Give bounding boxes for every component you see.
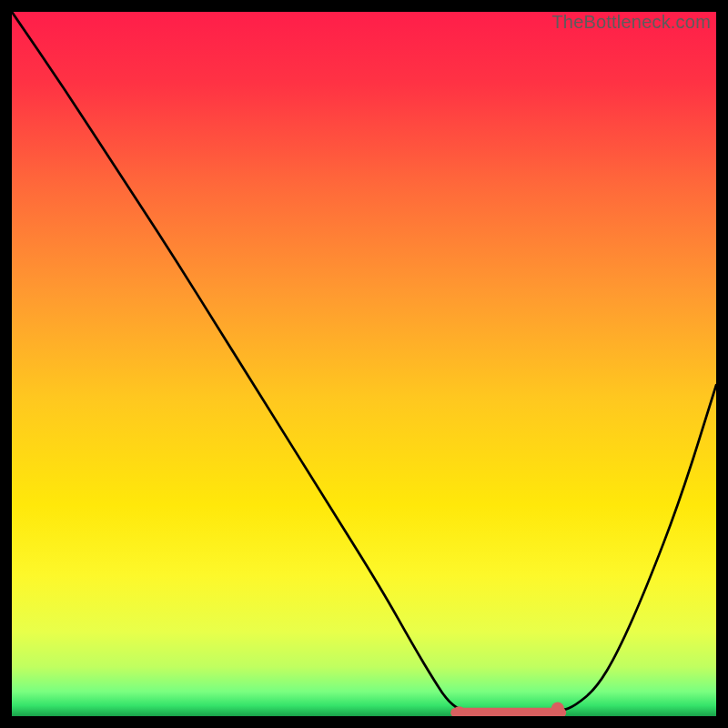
watermark-text: TheBottleneck.com xyxy=(551,12,711,33)
plot-area: TheBottleneck.com xyxy=(12,12,716,716)
bottleneck-curve xyxy=(12,12,716,716)
optimal-band-end-dot xyxy=(551,703,564,715)
chart-frame: TheBottleneck.com xyxy=(9,9,719,719)
